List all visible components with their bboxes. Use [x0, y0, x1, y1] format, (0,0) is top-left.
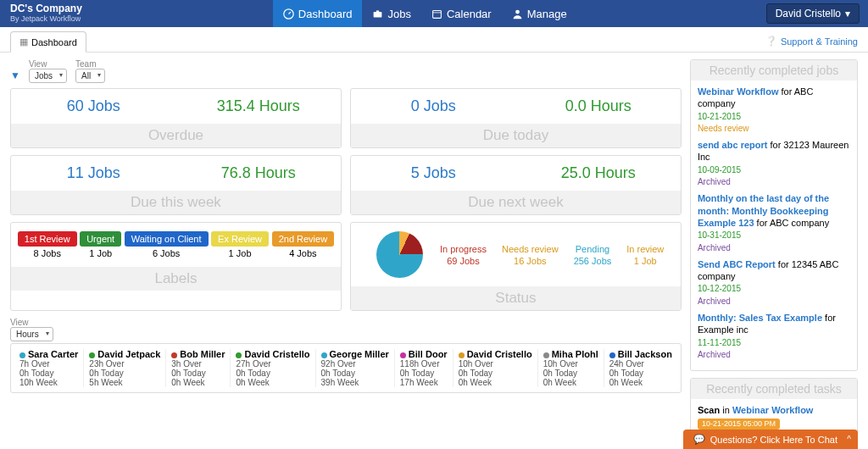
- recent-job-status: Archived: [698, 350, 731, 359]
- person-over: 92h Over: [321, 359, 389, 369]
- person-week: 0h Week: [543, 378, 598, 387]
- gauge-icon: [283, 8, 294, 19]
- recent-job-link[interactable]: Send ABC Report: [698, 259, 776, 269]
- person-column[interactable]: David Jetpack23h Over0h Today5h Week: [83, 349, 165, 387]
- status-name: Needs review: [502, 244, 559, 254]
- recent-job-date: 11-11-2015: [698, 338, 741, 347]
- content: ▼ View Jobs Team All 60 Jobs 315.4 Hours…: [0, 53, 868, 449]
- support-link[interactable]: ❔ Support & Training: [765, 36, 858, 52]
- recent-jobs-card: Recently completed jobs Webinar Workflow…: [690, 59, 858, 371]
- chevron-down-icon: ▾: [845, 8, 850, 19]
- person-column[interactable]: Bob Miller3h Over0h Today0h Week: [165, 349, 230, 387]
- chat-icon: 💬: [693, 434, 705, 445]
- person-column[interactable]: David Cristello10h Over0h Today0h Week: [453, 349, 537, 387]
- status-count: 1 Job: [626, 256, 664, 266]
- card-overdue[interactable]: 60 Jobs 315.4 Hours Overdue: [10, 88, 342, 148]
- tab-dashboard[interactable]: ▦ Dashboard: [10, 31, 86, 53]
- filter2-view-select[interactable]: Hours: [10, 327, 53, 341]
- recent-job-item: Webinar Workflow for ABC company10-21-20…: [698, 86, 850, 134]
- person-today: 0h Today: [236, 369, 309, 378]
- nav-manage[interactable]: Manage: [502, 0, 577, 27]
- task-date-badge: 10-21-2015 05:00 PM: [698, 419, 780, 430]
- nav-jobs-label: Jobs: [387, 8, 410, 20]
- task-name: Scan: [698, 405, 720, 415]
- filter-team-select[interactable]: All: [75, 69, 105, 83]
- recent-job-link[interactable]: Monthly: Sales Tax Example: [698, 313, 822, 323]
- recent-job-status: Needs review: [698, 124, 749, 133]
- card-labels: 1st Review8 JobsUrgent1 JobWaiting on Cl…: [10, 222, 342, 311]
- person-column[interactable]: Bill Door118h Over0h Today17h Week: [394, 349, 453, 387]
- due-this-week-label: Due this week: [11, 191, 341, 214]
- recent-job-item: send abc report for 32123 Maureen Inc10-…: [698, 139, 850, 187]
- recent-job-status: Archived: [698, 177, 731, 186]
- status-count: 16 Jobs: [502, 256, 559, 266]
- status-item[interactable]: In review1 Job: [626, 244, 664, 266]
- person-column[interactable]: Bill Jackson24h Over0h Today0h Week: [604, 349, 677, 387]
- label-item[interactable]: Urgent1 Job: [80, 231, 121, 258]
- due-next-week-label: Due next week: [351, 191, 681, 214]
- due-today-hours: 0.0 Hours: [515, 97, 680, 115]
- due-this-week-hours: 76.8 Hours: [175, 164, 340, 182]
- nav-items: Dashboard Jobs Calendar Manage: [273, 0, 577, 27]
- status-item[interactable]: In progress69 Jobs: [440, 244, 487, 266]
- label-item[interactable]: 2nd Review4 Jobs: [272, 231, 334, 258]
- chat-bar[interactable]: 💬 Questions? Click Here To Chat: [683, 430, 858, 449]
- person-today: 0h Today: [321, 369, 389, 378]
- filter-icon[interactable]: ▼: [10, 69, 20, 83]
- label-count: 4 Jobs: [289, 248, 316, 258]
- brand-subtitle: By Jetpack Workflow: [10, 15, 82, 24]
- person-dot: [459, 352, 465, 358]
- nav-calendar[interactable]: Calendar: [421, 0, 502, 27]
- recent-job-item: Monthly: Sales Tax Example for Example i…: [698, 312, 850, 360]
- person-dot: [171, 352, 177, 358]
- person-week: 39h Week: [321, 378, 389, 387]
- person-name: Bill Door: [409, 349, 448, 359]
- chat-label: Questions? Click Here To Chat: [710, 435, 837, 445]
- filters-people: View Hours: [10, 318, 682, 341]
- person-dot: [400, 352, 406, 358]
- person-column[interactable]: David Cristello27h Over0h Today0h Week: [230, 349, 314, 387]
- label-pill: Urgent: [80, 231, 121, 247]
- label-count: 1 Job: [229, 248, 252, 258]
- status-item[interactable]: Pending256 Jobs: [574, 244, 612, 266]
- svg-rect-3: [433, 10, 442, 18]
- briefcase-icon: [372, 8, 383, 19]
- card-due-this-week[interactable]: 11 Jobs 76.8 Hours Due this week: [10, 155, 342, 215]
- user-menu[interactable]: David Cristello ▾: [766, 3, 860, 24]
- person-week: 17h Week: [400, 378, 448, 387]
- recent-job-status: Archived: [698, 243, 731, 252]
- card-due-today[interactable]: 0 Jobs 0.0 Hours Due today: [350, 88, 682, 148]
- due-next-week-jobs: 5 Jobs: [351, 164, 515, 182]
- recent-job-item: Monthly on the last day of the month: Mo…: [698, 192, 850, 252]
- label-item[interactable]: Ex Review1 Job: [211, 231, 269, 258]
- filter-view-select[interactable]: Jobs: [29, 69, 67, 83]
- person-name: David Cristello: [467, 349, 532, 359]
- nav-dashboard-label: Dashboard: [298, 8, 353, 20]
- main-column: ▼ View Jobs Team All 60 Jobs 315.4 Hours…: [10, 59, 682, 449]
- person-column[interactable]: Miha Plohl10h Over0h Today0h Week: [537, 349, 604, 387]
- nav-jobs[interactable]: Jobs: [362, 0, 420, 27]
- label-item[interactable]: 1st Review8 Jobs: [18, 231, 77, 258]
- nav-dashboard[interactable]: Dashboard: [273, 0, 363, 27]
- recent-job-link[interactable]: send abc report: [698, 140, 768, 150]
- recent-job-link[interactable]: Webinar Workflow: [698, 86, 779, 97]
- person-over: 3h Over: [171, 359, 225, 369]
- label-item[interactable]: Waiting on Client6 Jobs: [125, 231, 209, 258]
- person-column[interactable]: George Miller92h Over0h Today39h Week: [315, 349, 394, 387]
- card-status: In progress69 JobsNeeds review16 JobsPen…: [350, 222, 682, 311]
- status-item[interactable]: Needs review16 Jobs: [502, 244, 559, 266]
- nav-calendar-label: Calendar: [447, 8, 492, 20]
- label-count: 6 Jobs: [153, 248, 180, 258]
- top-navbar: DC's Company By Jetpack Workflow Dashboa…: [0, 0, 868, 27]
- user-name: David Cristello: [776, 8, 841, 19]
- card-due-next-week[interactable]: 5 Jobs 25.0 Hours Due next week: [350, 155, 682, 215]
- brand: DC's Company By Jetpack Workflow: [0, 3, 92, 23]
- filter-team-label: Team: [75, 59, 105, 69]
- person-name: David Cristello: [244, 349, 309, 359]
- person-week: 0h Week: [171, 378, 225, 387]
- person-week: 10h Week: [19, 378, 78, 387]
- person-today: 0h Today: [400, 369, 448, 378]
- task-link[interactable]: Webinar Workflow: [732, 405, 814, 415]
- person-column[interactable]: Sara Carter7h Over0h Today10h Week: [14, 349, 83, 387]
- person-dot: [609, 352, 615, 358]
